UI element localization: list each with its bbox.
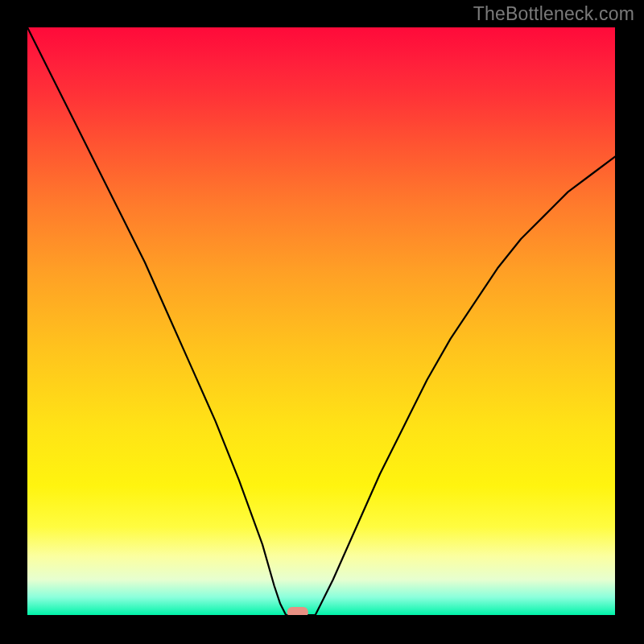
bottleneck-curve xyxy=(27,27,615,615)
chart-frame: TheBottleneck.com xyxy=(0,0,644,644)
optimal-point-marker xyxy=(287,607,308,615)
chart-svg xyxy=(27,27,615,615)
watermark-text: TheBottleneck.com xyxy=(473,3,634,25)
chart-plot-area xyxy=(27,27,615,615)
